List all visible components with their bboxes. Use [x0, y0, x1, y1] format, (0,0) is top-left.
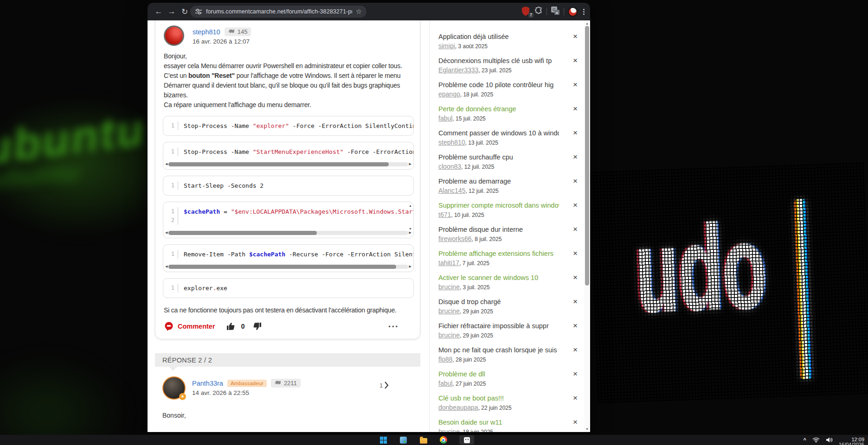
chrome-app-icon[interactable]	[439, 436, 447, 444]
post-overflow-menu-icon[interactable]: •••	[388, 323, 413, 330]
topic-author-link[interactable]: brucine	[438, 331, 460, 339]
comment-button[interactable]: Commenter	[164, 321, 215, 331]
active-app-icon[interactable]	[459, 435, 474, 445]
post-text-line: Ca répare uniquement l'affichage du menu…	[164, 100, 412, 110]
thumbs-up-icon[interactable]	[226, 322, 236, 331]
tray-time: 12:09	[839, 437, 864, 442]
topic-title[interactable]: Perte de données étrange	[438, 104, 559, 114]
close-topic-icon[interactable]: ×	[573, 32, 578, 41]
topic-author-link[interactable]: epango	[438, 90, 460, 98]
photos-app-icon[interactable]	[399, 436, 407, 444]
code-horizontal-scrollbar[interactable]: ◀▶	[165, 161, 411, 167]
code-blocks: 1 Stop-Process -Name "explorer" -Force -…	[163, 116, 414, 298]
related-topic: Activer le scanner de windows 10 brucine…	[438, 273, 571, 292]
close-topic-icon[interactable]: ×	[573, 225, 578, 234]
tray-expand-icon[interactable]: ^	[804, 437, 806, 443]
site-info-icon[interactable]	[195, 8, 202, 15]
close-topic-icon[interactable]: ×	[573, 128, 578, 138]
scroll-up-icon[interactable]: ▲	[584, 22, 590, 25]
topic-author-link[interactable]: simipi	[438, 42, 455, 50]
url-bar[interactable]: forums.commentcamarche.net/forum/affich-…	[190, 6, 366, 18]
adblock-extension-icon[interactable]: 7	[521, 6, 531, 17]
topic-title[interactable]: Application déjà utilisée	[438, 32, 559, 41]
topic-title[interactable]: Problème affichage extensions fichiers	[438, 249, 559, 258]
post-text-line: Bonsoir,	[162, 412, 420, 419]
topic-author-link[interactable]: t671	[438, 211, 451, 218]
forward-icon[interactable]: →	[165, 5, 178, 18]
file-explorer-icon[interactable]	[419, 436, 427, 444]
topic-title[interactable]: Supprimer compte microsoft dans windows	[438, 201, 559, 210]
topic-date: , 7 juil. 2025	[459, 260, 489, 267]
profile-avatar[interactable]	[568, 7, 578, 17]
topic-title[interactable]: Mon pc ne fait que crash lorsque je suis	[438, 345, 559, 355]
volume-icon[interactable]	[826, 437, 833, 443]
topic-title[interactable]: Besoin daide sur w11	[438, 418, 559, 427]
start-button[interactable]	[379, 436, 387, 444]
browser-menu-icon[interactable]	[581, 9, 586, 15]
close-topic-icon[interactable]: ×	[573, 104, 578, 114]
topic-title[interactable]: Problème code 10 pilote contrôleur hig	[438, 80, 559, 89]
topic-author-link[interactable]: Alanc145	[438, 187, 465, 194]
topic-title[interactable]: Comment passer de windows 10 à windows	[438, 128, 559, 138]
thumbs-down-icon[interactable]	[252, 322, 262, 331]
chevron-right-icon[interactable]	[384, 381, 389, 389]
close-topic-icon[interactable]: ×	[573, 273, 578, 282]
scrollbar-thumb[interactable]	[585, 26, 589, 286]
close-topic-icon[interactable]: ×	[573, 177, 578, 186]
close-topic-icon[interactable]: ×	[573, 345, 578, 355]
avatar[interactable]	[164, 25, 184, 46]
reply-separator: RÉPONSE 2 / 2	[155, 353, 420, 367]
topic-author-link[interactable]: tahiti17	[438, 259, 459, 267]
topic-title[interactable]: Fichier réfractaire impossible à suppr	[438, 321, 559, 331]
close-topic-icon[interactable]: ×	[573, 56, 578, 65]
topic-author-link[interactable]: brucine	[438, 428, 460, 432]
close-topic-icon[interactable]: ×	[573, 80, 578, 89]
translate-extension-icon[interactable]: G a	[551, 6, 560, 17]
code-horizontal-scrollbar[interactable]: ◀▶	[165, 264, 411, 269]
extensions-icon[interactable]	[534, 6, 543, 17]
topic-title[interactable]: Clé usb ne boot pas!!!	[438, 394, 559, 403]
scroll-down-icon[interactable]: ▼	[584, 427, 590, 431]
topic-title[interactable]: Activer le scanner de windows 10	[438, 273, 559, 282]
topic-title[interactable]: Probleme au demarrage	[438, 177, 559, 186]
topic-title[interactable]: Problème de dll	[438, 369, 559, 379]
wifi-icon[interactable]	[812, 437, 820, 443]
bookmark-star-icon[interactable]: ☆	[356, 7, 362, 16]
topic-title[interactable]: Problème disque dur interne	[438, 225, 559, 234]
topic-author-link[interactable]: fabul	[438, 114, 452, 122]
close-topic-icon[interactable]: ×	[573, 201, 578, 210]
close-topic-icon[interactable]: ×	[573, 321, 578, 331]
close-topic-icon[interactable]: ×	[573, 418, 578, 427]
topic-author-link[interactable]: donbeaupapa	[438, 404, 478, 411]
code-vertical-scroll-arrows[interactable]: ▲▼	[409, 204, 412, 230]
topic-title[interactable]: Déconnexions multiples clé usb wifi tp	[438, 56, 559, 65]
topic-title[interactable]: Disque d trop chargé	[438, 297, 559, 306]
topic-author-link[interactable]: Eglantier3333	[438, 66, 478, 74]
author-link[interactable]: Panth33ra	[192, 380, 223, 387]
back-icon[interactable]: ←	[152, 5, 165, 18]
topic-title[interactable]: Problème surchauffe cpu	[438, 153, 559, 162]
code-text: Start-Sleep -Seconds 2	[178, 181, 413, 190]
topic-author-link[interactable]: brucine	[438, 307, 460, 315]
topic-author-link[interactable]: flo88	[438, 356, 452, 363]
topic-author-link[interactable]: brucine	[438, 283, 460, 291]
reload-icon[interactable]: ↻	[178, 5, 191, 18]
clock[interactable]: 12:09 16/04/2026	[839, 437, 864, 445]
close-topic-icon[interactable]: ×	[573, 369, 578, 379]
close-topic-icon[interactable]: ×	[573, 297, 578, 306]
topic-author-link[interactable]: fabul	[438, 380, 452, 387]
close-topic-icon[interactable]: ×	[573, 153, 578, 162]
code-horizontal-scrollbar[interactable]: ◀▶	[165, 230, 411, 235]
author-link[interactable]: steph810	[193, 28, 220, 36]
code-text: explorer.exe	[178, 284, 413, 292]
topic-author-link[interactable]: cloon83	[438, 163, 461, 170]
topic-author-link[interactable]: fireworks66	[438, 235, 472, 242]
reply-pagination[interactable]: 1	[379, 381, 389, 389]
close-topic-icon[interactable]: ×	[573, 394, 578, 403]
post-text-line: C'est un bouton "Reset" pour l'affichage…	[164, 71, 412, 100]
related-topic: Perte de données étrange fabul, 15 juil.…	[438, 104, 571, 123]
topic-author-link[interactable]: steph810	[438, 139, 465, 146]
close-topic-icon[interactable]: ×	[573, 249, 578, 258]
post-text-line: essayer cela Menu démarrer ouvrir Powers…	[164, 61, 412, 71]
page-scrollbar[interactable]: ▲ ▼	[584, 20, 590, 432]
